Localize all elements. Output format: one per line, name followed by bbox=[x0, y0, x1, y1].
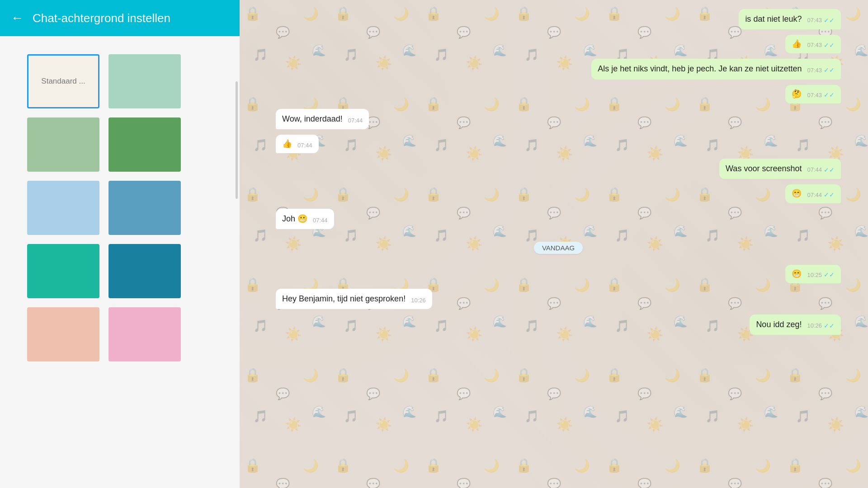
swatch-sage-medium[interactable] bbox=[108, 117, 181, 172]
message-time: 07:44 bbox=[348, 117, 363, 125]
read-checkmarks: ✓✓ bbox=[824, 191, 835, 200]
message-text: is dat niet leuk? bbox=[745, 14, 802, 25]
back-button[interactable]: ← bbox=[11, 11, 24, 25]
swatch-pink-light[interactable] bbox=[108, 307, 181, 361]
date-divider-label: VANDAAG bbox=[534, 242, 583, 254]
message-row: Wow, inderdaad! 07:44 bbox=[276, 109, 841, 129]
scrollbar[interactable] bbox=[236, 81, 238, 199]
color-grid: Standaard ... bbox=[0, 36, 240, 380]
message-time: 07:44 ✓✓ bbox=[807, 191, 835, 200]
message-time: 07:44 bbox=[313, 216, 328, 225]
message-text: 👍 bbox=[792, 38, 802, 50]
message-row: Was voor screenshot 07:44 ✓✓ bbox=[276, 159, 841, 179]
read-checkmarks: ✓✓ bbox=[824, 271, 835, 280]
message-row: 👍 07:44 bbox=[276, 135, 841, 153]
message-time: 10:26 bbox=[411, 296, 426, 305]
swatch-sage-light[interactable] bbox=[27, 117, 99, 172]
message-bubble-emoji: 👍 07:43 ✓✓ bbox=[785, 35, 841, 53]
message-time: 07:43 ✓✓ bbox=[807, 91, 835, 100]
message-time: 07:43 ✓✓ bbox=[807, 66, 835, 75]
read-checkmarks: ✓✓ bbox=[824, 16, 835, 25]
message-bubble: is dat niet leuk? 07:43 ✓✓ bbox=[739, 9, 841, 29]
message-text: 😁 bbox=[792, 188, 802, 199]
message-time: 10:25 ✓✓ bbox=[807, 271, 835, 280]
swatch-teal-medium[interactable] bbox=[108, 244, 181, 298]
message-row: Als je het niks vindt, heb je pech. Je k… bbox=[276, 59, 841, 79]
message-bubble: Wow, inderdaad! 07:44 bbox=[276, 109, 369, 129]
message-bubble-emoji: 😁 07:44 ✓✓ bbox=[785, 184, 841, 203]
chat-panel: is dat niet leuk? 07:43 ✓✓ 👍 07:43 ✓✓ bbox=[240, 0, 868, 488]
message-row: Joh 😬 07:44 bbox=[276, 209, 841, 229]
message-bubble-emoji: 😁 10:25 ✓✓ bbox=[785, 265, 841, 283]
read-checkmarks: ✓✓ bbox=[824, 66, 835, 75]
message-text: Hey Benjamin, tijd niet gesproken! bbox=[282, 293, 406, 305]
message-bubble: Joh 😬 07:44 bbox=[276, 209, 334, 229]
read-checkmarks: ✓✓ bbox=[824, 322, 835, 331]
message-text: Wow, inderdaad! bbox=[282, 113, 343, 125]
message-row: Nou idd zeg! 10:26 ✓✓ bbox=[276, 314, 841, 335]
message-text: Was voor screenshot bbox=[726, 163, 802, 174]
message-bubble-emoji: 🤔 07:43 ✓✓ bbox=[785, 85, 841, 103]
message-row: is dat niet leuk? 07:43 ✓✓ bbox=[276, 9, 841, 29]
message-row: 😁 07:44 ✓✓ bbox=[276, 184, 841, 203]
message-text: 👍 bbox=[282, 138, 292, 150]
header: ← Chat-achtergrond instellen bbox=[0, 0, 240, 36]
message-text: Joh 😬 bbox=[282, 213, 307, 225]
read-checkmarks: ✓✓ bbox=[824, 41, 835, 50]
swatch-sky-light[interactable] bbox=[27, 181, 99, 235]
read-checkmarks: ✓✓ bbox=[824, 91, 835, 100]
message-text: Nou idd zeg! bbox=[756, 319, 802, 330]
message-bubble: Nou idd zeg! 10:26 ✓✓ bbox=[750, 314, 841, 335]
read-checkmarks: ✓✓ bbox=[824, 166, 835, 175]
message-bubble-emoji: 👍 07:44 bbox=[276, 135, 319, 153]
message-bubble: Als je het niks vindt, heb je pech. Je k… bbox=[591, 59, 841, 79]
message-row: Hey Benjamin, tijd niet gesproken! 10:26 bbox=[276, 289, 841, 309]
swatch-sky-medium[interactable] bbox=[108, 181, 181, 235]
message-time: 07:44 bbox=[297, 141, 312, 150]
message-text: 😁 bbox=[792, 268, 802, 280]
page-title: Chat-achtergrond instellen bbox=[33, 11, 170, 25]
message-row: 🤔 07:43 ✓✓ bbox=[276, 85, 841, 103]
message-bubble: Hey Benjamin, tijd niet gesproken! 10:26 bbox=[276, 289, 432, 309]
message-row: 👍 07:43 ✓✓ bbox=[276, 35, 841, 53]
date-divider: VANDAAG bbox=[276, 242, 841, 254]
message-time: 07:43 ✓✓ bbox=[807, 41, 835, 50]
swatch-default[interactable]: Standaard ... bbox=[27, 54, 99, 108]
swatch-teal-light[interactable] bbox=[27, 244, 99, 298]
swatch-rose-light[interactable] bbox=[27, 307, 99, 361]
swatch-mint-light[interactable] bbox=[108, 54, 181, 108]
message-text: 🤔 bbox=[792, 89, 802, 100]
left-panel: ← Chat-achtergrond instellen Standaard .… bbox=[0, 0, 240, 488]
message-bubble: Was voor screenshot 07:44 ✓✓ bbox=[719, 159, 841, 179]
message-time: 07:44 ✓✓ bbox=[807, 166, 835, 175]
message-time: 07:43 ✓✓ bbox=[807, 16, 835, 25]
swatch-label: Standaard ... bbox=[41, 77, 85, 86]
message-text: Als je het niks vindt, heb je pech. Je k… bbox=[598, 63, 802, 75]
message-time: 10:26 ✓✓ bbox=[807, 322, 835, 331]
message-row: 😁 10:25 ✓✓ bbox=[276, 265, 841, 283]
